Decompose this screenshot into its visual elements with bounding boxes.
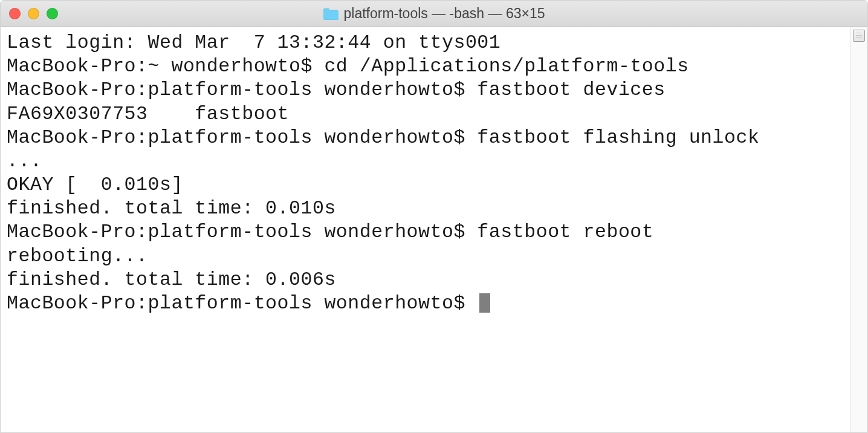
terminal-line: finished. total time: 0.010s <box>7 197 847 220</box>
scroll-thumb[interactable] <box>853 30 865 42</box>
zoom-button[interactable] <box>47 8 58 19</box>
minimize-button[interactable] <box>28 8 39 19</box>
terminal-prompt: MacBook-Pro:platform-tools wonderhowto$ <box>7 293 477 314</box>
terminal-line: ... <box>7 149 847 173</box>
terminal-line: Last login: Wed Mar 7 13:32:44 on ttys00… <box>7 31 847 54</box>
terminal-prompt-line: MacBook-Pro:platform-tools wonderhowto$ <box>7 291 847 315</box>
terminal-window: platform-tools — -bash — 63×15 Last logi… <box>0 0 868 433</box>
terminal-line: MacBook-Pro:~ wonderhowto$ cd /Applicati… <box>7 54 847 78</box>
terminal-line: rebooting... <box>7 244 847 268</box>
close-button[interactable] <box>9 8 21 19</box>
traffic-lights <box>9 8 58 19</box>
titlebar[interactable]: platform-tools — -bash — 63×15 <box>1 1 867 27</box>
scrollbar[interactable] <box>850 27 867 432</box>
folder-icon <box>323 7 338 20</box>
terminal-content[interactable]: Last login: Wed Mar 7 13:32:44 on ttys00… <box>1 27 850 432</box>
terminal-line: FA69X0307753 fastboot <box>7 102 847 126</box>
terminal-line: finished. total time: 0.006s <box>7 268 847 291</box>
terminal-line: MacBook-Pro:platform-tools wonderhowto$ … <box>7 126 847 149</box>
terminal-line: MacBook-Pro:platform-tools wonderhowto$ … <box>7 78 847 102</box>
terminal-line: OKAY [ 0.010s] <box>7 173 847 197</box>
terminal-line: MacBook-Pro:platform-tools wonderhowto$ … <box>7 220 847 244</box>
cursor <box>479 293 490 313</box>
window-title: platform-tools — -bash — 63×15 <box>323 5 545 22</box>
scroll-grip-icon <box>856 33 862 39</box>
terminal-body: Last login: Wed Mar 7 13:32:44 on ttys00… <box>1 27 867 432</box>
window-title-text: platform-tools — -bash — 63×15 <box>343 5 545 22</box>
